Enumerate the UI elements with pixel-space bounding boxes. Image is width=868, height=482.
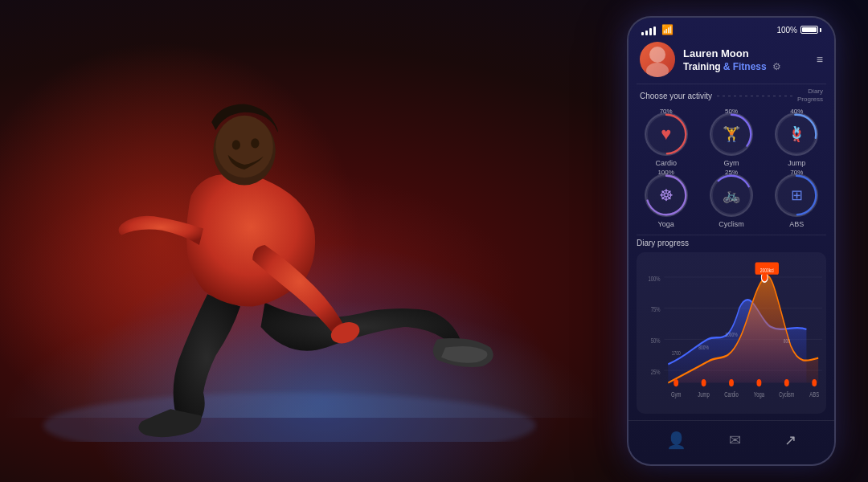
svg-text:50%: 50%: [651, 336, 661, 345]
svg-text:800: 800: [784, 337, 790, 344]
svg-text:2000kcl: 2000kcl: [760, 266, 774, 272]
activity-grid: 70% ♥ Cardio 50%: [628, 109, 834, 235]
nav-messages[interactable]: ✉: [721, 428, 749, 452]
wifi-icon: 📶: [661, 24, 674, 35]
cyclism-circle: 25% 🚲: [710, 174, 753, 217]
svg-text:1700: 1700: [672, 349, 681, 356]
svg-text:Jump: Jump: [698, 390, 709, 398]
title-fitness: & Fitness: [723, 61, 767, 72]
bottom-nav: 👤 ✉ ↗: [628, 420, 834, 464]
jump-label: Jump: [788, 159, 805, 167]
header-text: Lauren Moon Training & Fitness ⚙: [683, 47, 809, 72]
signal-indicator: 📶: [641, 24, 674, 35]
phone-frame: 📶 100%: [627, 16, 836, 466]
menu-icon[interactable]: ≡: [817, 53, 823, 66]
section-header: Choose your activity DiaryProgress: [628, 84, 834, 109]
diary-progress-label: DiaryProgress: [797, 88, 823, 104]
app-header: Lauren Moon Training & Fitness ⚙ ≡: [628, 39, 834, 84]
chart-section: Diary progress: [628, 235, 834, 420]
activity-yoga[interactable]: 100% ☸ Yoga: [637, 174, 695, 228]
phone-container: 📶 100%: [627, 16, 836, 466]
cardio-label: Cardio: [655, 159, 677, 167]
svg-point-6: [649, 47, 665, 63]
activity-jump[interactable]: 40% 🪢 Jump: [768, 112, 826, 167]
settings-icon[interactable]: ⚙: [772, 61, 781, 72]
activity-cardio[interactable]: 70% ♥ Cardio: [637, 112, 695, 167]
svg-point-5: [251, 138, 259, 148]
signal-bar-3: [649, 28, 652, 35]
title-training: Training: [683, 61, 721, 72]
svg-point-34: [756, 379, 761, 386]
activity-cyclism[interactable]: 25% 🚲 Cyclism: [702, 174, 760, 228]
svg-point-35: [784, 379, 789, 386]
avatar: [640, 42, 675, 77]
activity-abs[interactable]: 70% ⊞ ABS: [768, 174, 826, 228]
choose-activity-label: Choose your activity: [640, 92, 712, 100]
nav-profile[interactable]: 👤: [658, 427, 694, 453]
abs-circle: 70% ⊞: [775, 174, 818, 217]
svg-point-0: [43, 393, 536, 442]
chart-svg: 100% 75% 50% 25% 2000kcl: [637, 252, 826, 414]
svg-text:Cardio: Cardio: [724, 390, 738, 398]
yoga-label: Yoga: [658, 220, 674, 228]
svg-point-31: [674, 379, 678, 386]
activity-gym[interactable]: 50% 🏋 Gym: [702, 112, 760, 167]
phone-screen: 📶 100%: [628, 18, 834, 464]
svg-text:Yoga: Yoga: [754, 390, 765, 398]
battery-percent: 100%: [776, 26, 797, 35]
svg-text:Cyclism: Cyclism: [779, 390, 794, 398]
svg-text:1000%: 1000%: [725, 331, 737, 337]
svg-text:75%: 75%: [651, 305, 661, 314]
chart-container: 100% 75% 50% 25% 2000kcl: [637, 252, 826, 414]
user-name: Lauren Moon: [683, 47, 809, 59]
svg-text:Gym: Gym: [671, 390, 681, 398]
svg-point-7: [646, 63, 669, 77]
svg-text:25%: 25%: [651, 367, 661, 376]
chart-title: Diary progress: [637, 239, 826, 247]
athlete-figure: [24, 48, 603, 466]
svg-point-36: [812, 379, 817, 386]
nav-share[interactable]: ↗: [776, 428, 805, 452]
svg-text:ABS: ABS: [809, 390, 819, 398]
gym-label: Gym: [723, 159, 739, 167]
svg-text:100%: 100%: [648, 274, 660, 283]
status-bar: 📶 100%: [628, 18, 834, 39]
signal-bar-4: [653, 27, 656, 35]
app-title: Training & Fitness ⚙: [683, 61, 809, 72]
cyclism-label: Cyclism: [719, 220, 744, 228]
yoga-circle: 100% ☸: [645, 174, 688, 217]
signal-bar-1: [641, 32, 644, 35]
svg-point-33: [729, 379, 734, 386]
abs-label: ABS: [789, 220, 804, 228]
svg-text:800%: 800%: [698, 343, 709, 349]
signal-bar-2: [645, 31, 648, 35]
battery-container: 100%: [776, 26, 821, 35]
gym-circle: 50% 🏋: [710, 112, 753, 156]
svg-point-4: [232, 140, 240, 149]
svg-point-32: [702, 379, 706, 386]
dotted-divider: [717, 96, 792, 96]
jump-circle: 40% 🪢: [775, 112, 818, 156]
cardio-circle: 70% ♥: [645, 112, 688, 156]
battery-icon: [800, 26, 821, 34]
